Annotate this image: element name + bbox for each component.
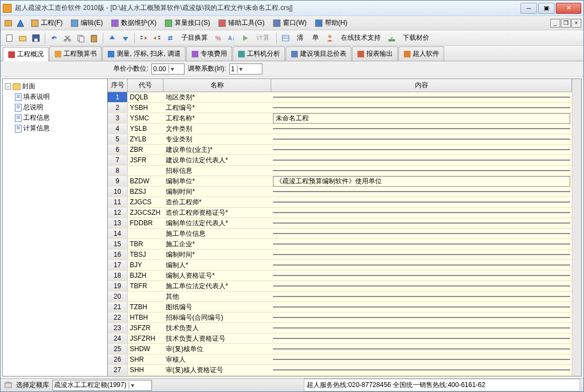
cell-code[interactable]: TZBH bbox=[128, 303, 164, 311]
outdent-icon[interactable] bbox=[151, 33, 162, 44]
cell-code[interactable]: YSLB bbox=[128, 125, 164, 133]
cell-seq[interactable]: 2 bbox=[108, 103, 128, 113]
cell-code[interactable]: HTBH bbox=[128, 314, 164, 321]
cell-name[interactable]: 编制人资格证号* bbox=[164, 271, 271, 280]
mdi-close[interactable]: × bbox=[571, 19, 581, 28]
tab-measure[interactable]: 测量, 浮标, 扫床, 调遣 bbox=[102, 46, 186, 61]
mdi-restore[interactable]: ❐ bbox=[561, 19, 571, 28]
table-row[interactable]: 9BZDW编制单位*《疏浚工程预算编制软件》使用单位 bbox=[108, 176, 572, 187]
table-row[interactable]: 6ZBR建设单位(业主)* bbox=[108, 145, 572, 155]
table-row[interactable]: 5ZYLB专业类别 bbox=[108, 134, 572, 145]
cell-code[interactable]: SHH bbox=[128, 366, 164, 374]
tab-special[interactable]: 专项费用 bbox=[186, 46, 232, 61]
mdi-minimize[interactable]: _ bbox=[550, 19, 560, 28]
cell-seq[interactable]: 15 bbox=[108, 239, 128, 249]
table-row[interactable]: 12ZJGCSZH造价工程师资格证号* bbox=[108, 208, 572, 218]
undo-icon[interactable] bbox=[49, 33, 60, 44]
table-row[interactable]: 2YSBH工程编号* bbox=[108, 103, 572, 113]
cell-content[interactable] bbox=[273, 97, 570, 98]
cell-code[interactable]: SHR bbox=[128, 356, 164, 363]
cell-name[interactable]: 技术负责人 bbox=[164, 324, 271, 333]
open-icon[interactable] bbox=[17, 33, 28, 44]
collapse-icon[interactable]: − bbox=[5, 83, 11, 89]
cell-seq[interactable]: 19 bbox=[108, 281, 128, 291]
cell-content[interactable] bbox=[273, 107, 570, 108]
tab-app[interactable]: 超人软件 bbox=[398, 46, 444, 61]
cell-seq[interactable]: 16 bbox=[108, 250, 128, 259]
cell-code[interactable]: BZDW bbox=[128, 177, 164, 185]
qing-button[interactable]: 清 bbox=[293, 32, 307, 44]
support-button[interactable]: 在线技术支持 bbox=[338, 32, 384, 44]
cell-code[interactable]: BJZH bbox=[128, 272, 164, 279]
cell-content[interactable] bbox=[273, 243, 570, 245]
cell-name[interactable]: 施工单位信息 bbox=[164, 229, 271, 239]
cell-content[interactable] bbox=[273, 327, 570, 329]
cell-seq[interactable]: 14 bbox=[108, 229, 128, 239]
cell-seq[interactable]: 27 bbox=[108, 365, 128, 375]
cell-content[interactable]: 《疏浚工程预算编制软件》使用单位 bbox=[273, 176, 570, 187]
cell-seq[interactable]: 18 bbox=[108, 271, 128, 280]
cell-name[interactable]: 编制时间* bbox=[164, 250, 271, 259]
cell-content[interactable] bbox=[273, 191, 570, 192]
cell-code[interactable]: JSFZRH bbox=[128, 335, 164, 342]
cell-content[interactable] bbox=[273, 338, 570, 339]
table-row[interactable]: 20其他 bbox=[108, 292, 572, 302]
table-row[interactable]: 27SHH审(复)核人资格证号 bbox=[108, 365, 572, 375]
menu-help[interactable]: 帮助(H) bbox=[311, 17, 351, 29]
cell-name[interactable]: 造价工程师资格证号* bbox=[164, 208, 271, 218]
cell-name[interactable]: 招标编号(合同编号) bbox=[164, 313, 271, 322]
table-row[interactable]: 3YSMC工程名称*未命名工程 bbox=[108, 113, 572, 124]
cell-name[interactable]: 技术负责人资格证号 bbox=[164, 334, 271, 343]
table-row[interactable]: 26SHR审核人 bbox=[108, 354, 572, 365]
cell-name[interactable]: 专业类别 bbox=[164, 135, 271, 144]
download-button[interactable]: 下载材价 bbox=[399, 32, 433, 44]
cell-name[interactable]: 地区类别* bbox=[164, 93, 271, 102]
cell-seq[interactable]: 8 bbox=[108, 166, 128, 176]
cell-content[interactable] bbox=[273, 139, 570, 140]
cell-seq[interactable]: 6 bbox=[108, 145, 128, 155]
cell-code[interactable]: TBR bbox=[128, 240, 164, 248]
cell-code[interactable]: ZJGCSZH bbox=[128, 209, 164, 216]
save-icon[interactable] bbox=[30, 33, 41, 44]
cell-code[interactable]: DQLB bbox=[128, 93, 164, 101]
cell-seq[interactable]: 23 bbox=[108, 323, 128, 333]
table-row[interactable]: 1DQLB地区类别* bbox=[108, 92, 572, 103]
adjust-combo[interactable]: 1▾ bbox=[229, 63, 262, 75]
table-row[interactable]: 8招标信息 bbox=[108, 166, 572, 176]
calc-button[interactable]: 计算 bbox=[253, 32, 273, 44]
cell-seq[interactable]: 20 bbox=[108, 292, 128, 301]
table-row[interactable]: 17BJY编制人* bbox=[108, 260, 572, 271]
cell-seq[interactable]: 9 bbox=[108, 176, 128, 186]
sort-icon[interactable]: A↓ bbox=[227, 33, 238, 44]
cell-name[interactable]: 招标信息 bbox=[164, 166, 271, 176]
menu-data[interactable]: 数据维护(X) bbox=[107, 17, 160, 29]
table-row[interactable]: 14施工单位信息 bbox=[108, 229, 572, 239]
table-row[interactable]: 18BJZH编制人资格证号* bbox=[108, 271, 572, 281]
cell-seq[interactable]: 13 bbox=[108, 218, 128, 228]
cell-code[interactable]: ZBR bbox=[128, 146, 164, 153]
header-seq[interactable]: 序号 bbox=[108, 79, 128, 92]
down-icon[interactable] bbox=[120, 33, 131, 44]
cell-content[interactable] bbox=[273, 369, 570, 370]
cell-name[interactable]: 造价工程师* bbox=[164, 198, 271, 207]
table-row[interactable]: 21TZBH图纸编号 bbox=[108, 302, 572, 312]
header-content[interactable]: 内容 bbox=[271, 79, 572, 92]
cell-code[interactable]: ZJGCS bbox=[128, 198, 164, 206]
scrollbar[interactable] bbox=[572, 79, 581, 376]
cell-code[interactable]: YSBH bbox=[128, 104, 164, 112]
cell-name[interactable]: 编制人* bbox=[164, 261, 271, 270]
cell-seq[interactable]: 4 bbox=[108, 124, 128, 134]
cell-seq[interactable]: 21 bbox=[108, 302, 128, 312]
cell-content[interactable] bbox=[273, 128, 570, 129]
cell-content[interactable] bbox=[273, 296, 570, 297]
cell-content[interactable] bbox=[273, 223, 570, 224]
table-row[interactable]: 24JSFZRH技术负责人资格证号 bbox=[108, 333, 572, 344]
header-code[interactable]: 代号 bbox=[128, 79, 164, 92]
dan-button[interactable]: 单 bbox=[309, 32, 322, 44]
table-row[interactable]: 23JSFZR技术负责人 bbox=[108, 323, 572, 333]
cell-code[interactable]: SHDW bbox=[128, 345, 164, 353]
menu-edit[interactable]: 编辑(E) bbox=[67, 17, 106, 29]
cell-name[interactable]: 建设单位法定代表人* bbox=[164, 156, 271, 165]
cell-name[interactable]: 编制单位* bbox=[164, 177, 271, 186]
cell-name[interactable]: 审核人 bbox=[164, 355, 271, 364]
